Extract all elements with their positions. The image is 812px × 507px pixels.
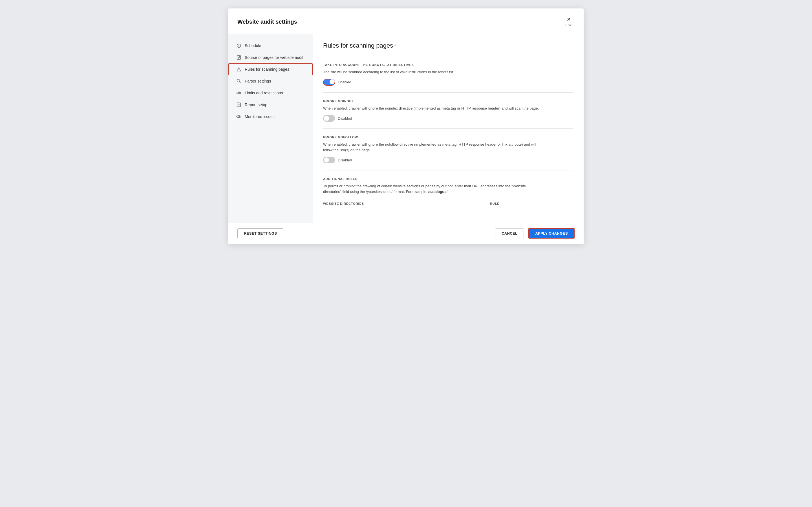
sidebar-label-source: Source of pages for website audit <box>245 55 303 60</box>
svg-rect-8 <box>237 103 241 107</box>
toggle-robots-txt[interactable] <box>323 79 335 86</box>
file-icon <box>236 55 241 60</box>
search-icon <box>236 78 241 83</box>
modal-title: Website audit settings <box>238 18 297 25</box>
svg-marker-4 <box>237 68 241 71</box>
close-label: ESC <box>565 23 572 27</box>
sidebar-label-schedule: Schedule <box>245 43 261 48</box>
section-title-noindex: IGNORE NOINDEX <box>323 100 573 103</box>
section-additional-rules: ADDITIONAL RULES To permit or prohibit t… <box>323 170 573 215</box>
cancel-button[interactable]: CANCEL <box>495 228 524 238</box>
section-title-nofollow: IGNORE NOFOLLOW <box>323 135 573 139</box>
eye-icon <box>236 91 241 96</box>
close-icon: ✕ <box>567 16 571 22</box>
sidebar-item-rules[interactable]: Rules for scanning pages <box>229 63 313 75</box>
toggle-row-robots: Enabled <box>323 79 573 86</box>
toggle-slider-nofollow <box>323 157 335 163</box>
section-desc-additional: To permit or prohibit the crawling of ce… <box>323 183 543 194</box>
sidebar-item-monitored[interactable]: Monitored issues <box>229 111 313 122</box>
svg-point-12 <box>238 116 240 117</box>
table-header: WEBSITE DIRECTORIES RULE <box>323 199 573 208</box>
toggle-label-noindex: Disabled <box>338 116 352 121</box>
toggle-row-noindex: Disabled <box>323 115 573 122</box>
sidebar-label-parser: Parser settings <box>245 79 271 83</box>
sidebar-label-monitored: Monitored issues <box>245 114 274 119</box>
section-ignore-noindex: IGNORE NOINDEX When enabled, crawler wil… <box>323 93 573 129</box>
svg-point-7 <box>238 93 240 94</box>
triangle-warning-icon <box>236 67 241 72</box>
toggle-row-nofollow: Disabled <box>323 157 573 163</box>
page-title: Rules for scanning pages i <box>323 42 573 49</box>
table-col-directories: WEBSITE DIRECTORIES <box>323 202 490 205</box>
eye2-icon <box>236 114 241 119</box>
section-desc-robots: The site will be scanned according to th… <box>323 69 543 75</box>
main-content: Rules for scanning pages i TAKE INTO ACC… <box>313 34 583 223</box>
section-title-additional: ADDITIONAL RULES <box>323 177 573 180</box>
modal-overlay: Website audit settings ✕ ESC Schedule <box>0 0 812 507</box>
svg-line-6 <box>240 82 241 83</box>
section-title-robots: TAKE INTO ACCOUNT THE ROBOTS.TXT DIRECTI… <box>323 63 573 66</box>
sidebar-item-limits[interactable]: Limits and restrictions <box>229 87 313 99</box>
toggle-label-nofollow: Disabled <box>338 158 352 162</box>
section-robots-txt: TAKE INTO ACCOUNT THE ROBOTS.TXT DIRECTI… <box>323 56 573 93</box>
sidebar-item-source[interactable]: Source of pages for website audit <box>229 52 313 63</box>
close-button[interactable]: ✕ ESC <box>563 15 574 28</box>
sidebar-item-parser[interactable]: Parser settings <box>229 75 313 87</box>
table-col-rule: RULE <box>490 202 573 205</box>
section-ignore-nofollow: IGNORE NOFOLLOW When enabled, crawler wi… <box>323 128 573 170</box>
clock-icon <box>236 43 241 48</box>
apply-changes-button[interactable]: APPLY CHANGES <box>528 228 574 238</box>
sidebar-label-report: Report setup <box>245 103 267 107</box>
modal-header: Website audit settings ✕ ESC <box>229 8 583 34</box>
toggle-label-robots: Enabled <box>338 80 351 84</box>
sidebar-item-schedule[interactable]: Schedule <box>229 40 313 52</box>
modal: Website audit settings ✕ ESC Schedule <box>229 8 583 244</box>
section-desc-nofollow: When enabled, crawler will ignore the no… <box>323 142 543 153</box>
sidebar-item-report[interactable]: Report setup <box>229 99 313 111</box>
toggle-slider-robots <box>324 79 335 85</box>
toggle-ignore-nofollow[interactable] <box>323 157 335 163</box>
toggle-ignore-noindex[interactable] <box>323 115 335 122</box>
sidebar: Schedule Source of pages for website aud… <box>229 34 313 223</box>
modal-body: Schedule Source of pages for website aud… <box>229 34 583 223</box>
info-icon[interactable]: i <box>395 43 396 48</box>
document-icon <box>236 102 241 107</box>
reset-settings-button[interactable]: RESET SETTINGS <box>238 228 283 238</box>
section-desc-noindex: When enabled, crawler will ignore the no… <box>323 106 543 111</box>
sidebar-label-rules: Rules for scanning pages <box>245 67 289 71</box>
sidebar-label-limits: Limits and restrictions <box>245 91 283 95</box>
modal-footer: RESET SETTINGS CANCEL APPLY CHANGES <box>229 223 583 244</box>
toggle-slider-noindex <box>323 115 335 122</box>
